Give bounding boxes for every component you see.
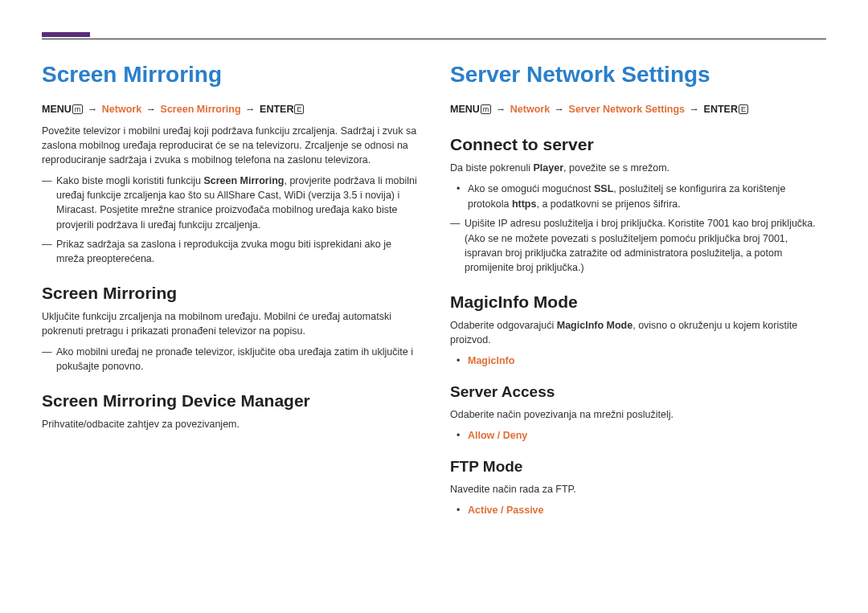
- left-s2-body: Prihvatite/odbacite zahtjev za povezivan…: [42, 417, 418, 431]
- left-s1-body: Uključite funkciju zrcaljenja na mobilno…: [42, 309, 418, 338]
- right-s2-opt: MagicInfo: [450, 353, 826, 369]
- right-s2-heading: MagicInfo Mode: [450, 292, 826, 312]
- s1-a: Da biste pokrenuli: [450, 162, 534, 174]
- left-intro: Povežite televizor i mobilni uređaj koji…: [42, 124, 418, 167]
- right-s4-opt: Active / Passive: [450, 503, 826, 518]
- s1dot-c: , a podatkovni se prijenos šifrira.: [536, 198, 680, 210]
- arrow-icon: →: [145, 104, 158, 115]
- menu-icon: m: [72, 104, 84, 114]
- s4-opt: Active / Passive: [468, 505, 544, 516]
- enter-label: ENTER: [704, 104, 738, 115]
- header-rule: [42, 39, 826, 39]
- s2-bold: MagicInfo Mode: [557, 320, 633, 331]
- right-column: Server Network Settings MENUm → Network …: [450, 62, 826, 523]
- page: Screen Mirroring MENUm → Network → Scree…: [0, 0, 868, 539]
- menu-icon: m: [481, 104, 492, 114]
- note1-bold: Screen Mirroring: [203, 175, 284, 186]
- left-menu-path: MENUm → Network → Screen Mirroring → ENT…: [42, 102, 418, 117]
- arrow-icon: →: [688, 104, 702, 115]
- right-s3-opt: Allow / Deny: [450, 428, 826, 443]
- path-network: Network: [510, 104, 550, 115]
- left-s1-note: Ako mobilni uređaj ne pronađe televizor,…: [42, 345, 418, 374]
- path-item: Server Network Settings: [569, 104, 686, 115]
- enter-icon: E: [294, 104, 304, 114]
- right-s4-heading: FTP Mode: [450, 458, 826, 476]
- path-network: Network: [102, 104, 141, 115]
- right-menu-path: MENUm → Network → Server Network Setting…: [450, 102, 826, 117]
- s3-opt: Allow / Deny: [468, 430, 527, 441]
- left-s1-heading: Screen Mirroring: [42, 284, 418, 303]
- menu-label: MENU: [450, 104, 480, 115]
- s1-b: , povežite se s mrežom.: [563, 162, 669, 174]
- enter-label: ENTER: [260, 104, 293, 115]
- s2-opt: MagicInfo: [468, 355, 514, 366]
- arrow-icon: →: [494, 104, 508, 115]
- left-column: Screen Mirroring MENUm → Network → Scree…: [42, 62, 418, 523]
- right-s1-body: Da biste pokrenuli Player, povežite se s…: [450, 161, 826, 175]
- header-stripe: [42, 32, 90, 37]
- right-s1-dot: Ako se omogući mogućnost SSL, poslužitel…: [450, 182, 826, 212]
- arrow-icon: →: [86, 104, 100, 115]
- s1dot-a: Ako se omogući mogućnost: [468, 183, 594, 194]
- s1dot-b2: https: [512, 198, 537, 210]
- arrow-icon: →: [244, 104, 257, 115]
- path-item: Screen Mirroring: [161, 104, 241, 115]
- enter-icon: E: [739, 104, 748, 114]
- content-columns: Screen Mirroring MENUm → Network → Scree…: [42, 62, 826, 523]
- right-s3-heading: Server Access: [450, 383, 826, 401]
- right-s1-heading: Connect to server: [450, 135, 826, 154]
- left-note1: Kako biste mogli koristiti funkciju Scre…: [42, 174, 418, 232]
- right-heading: Server Network Settings: [450, 62, 826, 88]
- arrow-icon: →: [553, 104, 567, 115]
- menu-label: MENU: [42, 104, 72, 115]
- left-note2: Prikaz sadržaja sa zaslona i reprodukcij…: [42, 237, 418, 266]
- left-heading: Screen Mirroring: [42, 62, 418, 88]
- s1dot-b1: SSL: [594, 183, 613, 194]
- s2-a: Odaberite odgovarajući: [450, 320, 557, 331]
- left-s2-heading: Screen Mirroring Device Manager: [42, 391, 418, 411]
- s1-bold: Player: [534, 162, 564, 174]
- right-s1-note: Upišite IP adresu poslužitelja i broj pr…: [450, 216, 826, 275]
- right-s2-body: Odaberite odgovarajući MagicInfo Mode, o…: [450, 318, 826, 347]
- right-s4-body: Navedite način rada za FTP.: [450, 482, 826, 497]
- note1-a: Kako biste mogli koristiti funkciju: [56, 175, 203, 186]
- right-s3-body: Odaberite način povezivanja na mrežni po…: [450, 407, 826, 422]
